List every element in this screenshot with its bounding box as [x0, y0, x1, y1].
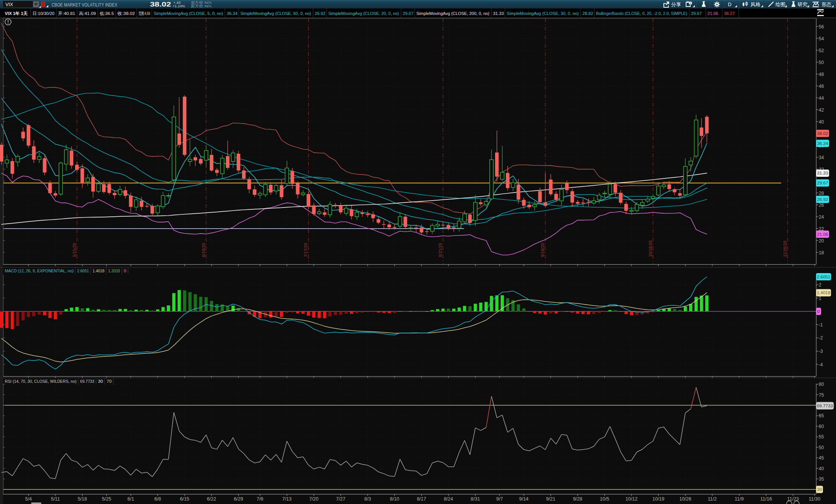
svg-text:收:38.02: 收:38.02: [118, 11, 135, 16]
svg-text:54: 54: [819, 36, 824, 41]
svg-text:28: 28: [819, 191, 824, 196]
svg-text:8/21/20: 8/21/20: [438, 243, 443, 257]
svg-text:10/16/20: 10/16/20: [648, 240, 653, 257]
svg-text:48: 48: [819, 72, 824, 77]
svg-text:-1: -1: [819, 322, 823, 328]
svg-text:-2: -2: [819, 335, 823, 341]
svg-text:0: 0: [124, 268, 127, 273]
svg-text:29.67: 29.67: [817, 181, 828, 185]
svg-text:75: 75: [819, 392, 824, 398]
svg-text:24: 24: [819, 214, 824, 220]
svg-text:5/4: 5/4: [25, 496, 32, 502]
svg-text:29.67: 29.67: [403, 11, 413, 16]
svg-text:40: 40: [819, 466, 824, 471]
svg-text:SimpleMovingAvg (CLOSE, 200, 0: SimpleMovingAvg (CLOSE, 200, 0, no): [416, 11, 490, 16]
svg-text:7/13: 7/13: [282, 496, 291, 502]
svg-text:低:36.5: 低:36.5: [100, 11, 114, 16]
svg-text:70: 70: [107, 379, 112, 384]
svg-text:2.6051: 2.6051: [817, 275, 830, 279]
svg-text:60: 60: [819, 424, 824, 429]
svg-text:BollingerBands (CLOSE, 0, 20,: BollingerBands (CLOSE, 0, 20, -2.0, 2.0,…: [596, 11, 687, 16]
svg-text:11/9: 11/9: [735, 496, 744, 502]
svg-text:10/19: 10/19: [652, 496, 664, 502]
svg-text:开:40.81: 开:40.81: [58, 11, 76, 16]
svg-text:46: 46: [819, 84, 824, 89]
svg-text:8/24: 8/24: [444, 496, 453, 502]
svg-text:高:41.09: 高:41.09: [79, 11, 96, 16]
svg-text:38.02: 38.02: [150, 1, 171, 8]
svg-text:36.34: 36.34: [817, 141, 828, 146]
svg-text:44: 44: [819, 96, 824, 101]
svg-text:SimpleMovingAvg (CLOSE, 30, 0,: SimpleMovingAvg (CLOSE, 30, 0, no): [507, 11, 579, 16]
svg-text:38.02: 38.02: [817, 131, 828, 136]
svg-text:6/19/20: 6/19/20: [201, 243, 206, 257]
svg-text:5/15/20: 5/15/20: [72, 243, 77, 257]
svg-text:10/5: 10/5: [600, 496, 609, 502]
svg-text:D: D: [728, 2, 731, 7]
svg-text:35: 35: [819, 476, 824, 482]
svg-text:5/25: 5/25: [102, 496, 111, 502]
svg-text:10/26: 10/26: [679, 496, 691, 502]
svg-text:1.4018: 1.4018: [93, 268, 105, 273]
svg-text:SimpleMovingAvg (CLOSE, 60, 0,: SimpleMovingAvg (CLOSE, 60, 0, no): [240, 11, 311, 16]
svg-text:21.06: 21.06: [708, 11, 718, 16]
svg-text:30: 30: [98, 379, 103, 384]
svg-text:80: 80: [819, 382, 824, 387]
svg-text:69.7733: 69.7733: [817, 404, 833, 408]
svg-text:MACD (12, 26, 9, EXPONENTIAL,: MACD (12, 26, 9, EXPONENTIAL, no): [5, 268, 74, 273]
svg-text:8/3: 8/3: [364, 496, 371, 502]
svg-text:2: 2: [819, 282, 821, 288]
svg-text:52: 52: [819, 48, 824, 53]
svg-text:10/12: 10/12: [625, 496, 637, 502]
svg-text:26.92: 26.92: [817, 197, 828, 202]
svg-text:56: 56: [819, 24, 824, 30]
svg-text:6/8: 6/8: [155, 496, 161, 502]
svg-text:31.33: 31.33: [817, 171, 828, 175]
svg-text:7/20: 7/20: [309, 496, 318, 502]
svg-text:形态: 形态: [821, 2, 831, 7]
svg-text:1.2033: 1.2033: [108, 268, 120, 273]
svg-text:9/18/20: 9/18/20: [540, 243, 545, 257]
svg-text:9/21: 9/21: [546, 496, 555, 502]
svg-text:-4: -4: [819, 362, 823, 367]
svg-text:69.7733: 69.7733: [80, 379, 94, 384]
svg-text:21.06: 21.06: [817, 232, 828, 237]
svg-text:45: 45: [819, 455, 824, 461]
svg-text:9/7: 9/7: [496, 496, 503, 502]
svg-text:28.82: 28.82: [583, 11, 593, 16]
svg-text:26: 26: [819, 203, 824, 208]
svg-text:8/31: 8/31: [471, 496, 480, 502]
svg-text:2.6051: 2.6051: [77, 268, 89, 273]
svg-text:11/2: 11/2: [708, 496, 717, 502]
svg-text:31.33: 31.33: [493, 11, 504, 16]
svg-text:7/17/20: 7/17/20: [303, 243, 308, 257]
svg-text:范围:4.59: 范围:4.59: [138, 11, 150, 16]
svg-text:RSI (14, 70, 30, CLOSE, WILDER: RSI (14, 70, 30, CLOSE, WILDERS, no): [5, 379, 77, 384]
svg-text:SimpleMovingAvg (CLOSE, 5, 0,: SimpleMovingAvg (CLOSE, 5, 0, no): [154, 11, 223, 16]
svg-text:6/29: 6/29: [234, 496, 243, 502]
svg-text:38.27: 38.27: [724, 11, 735, 16]
svg-text:9/14: 9/14: [519, 496, 528, 502]
svg-text:36.34: 36.34: [227, 11, 237, 16]
svg-text:SimpleMovingAvg (CLOSE, 20, 0,: SimpleMovingAvg (CLOSE, 20, 0, no): [328, 11, 399, 16]
svg-text:30: 30: [817, 487, 822, 492]
svg-text:40: 40: [819, 119, 824, 125]
svg-text:20: 20: [819, 238, 824, 244]
svg-text:7/6: 7/6: [257, 496, 263, 502]
svg-text:65: 65: [819, 413, 824, 418]
svg-text:18: 18: [819, 250, 824, 255]
svg-text:VIX 1年 1天: VIX 1年 1天: [5, 11, 28, 16]
svg-text:50: 50: [819, 60, 824, 65]
svg-text:6/15: 6/15: [180, 496, 189, 502]
svg-text:日:10/30/20: 日:10/30/20: [33, 11, 55, 16]
svg-text:绘图: 绘图: [775, 2, 785, 7]
svg-text:8/10: 8/10: [390, 496, 399, 502]
svg-text:26.92: 26.92: [315, 11, 326, 16]
svg-text:11/30: 11/30: [809, 496, 820, 502]
svg-text:分享: 分享: [671, 2, 681, 7]
svg-text:1.4018: 1.4018: [817, 290, 830, 295]
svg-text:11/20/20: 11/20/20: [783, 241, 787, 257]
svg-text:+1.14%: +1.14%: [173, 4, 185, 8]
svg-text:34: 34: [819, 155, 824, 160]
svg-text:9/28: 9/28: [573, 496, 582, 502]
